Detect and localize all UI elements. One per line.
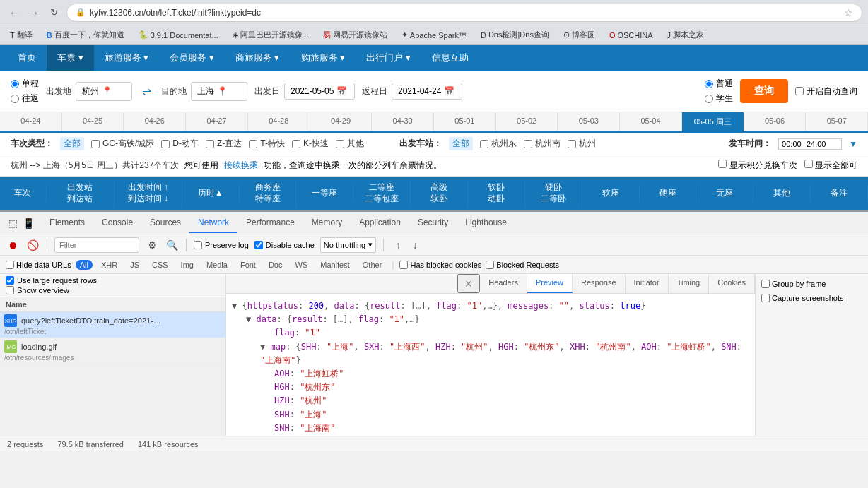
bookmark-oschina[interactable]: O OSCHINA	[605, 30, 657, 41]
hide-data-urls-checkbox[interactable]	[6, 261, 14, 269]
d-checkbox[interactable]	[161, 140, 170, 148]
filter-manifest[interactable]: Manifest	[316, 260, 354, 270]
exchange-button[interactable]: ⇌	[139, 85, 154, 98]
transfer-link[interactable]: 接续换乘	[224, 160, 258, 172]
detail-tab-timing[interactable]: Timing	[669, 274, 710, 293]
time-dropdown-icon[interactable]: ▼	[849, 139, 857, 149]
back-button[interactable]: ←	[6, 4, 23, 21]
blocked-cookies-checkbox[interactable]	[399, 261, 408, 269]
student-type-radio[interactable]	[705, 95, 713, 103]
date-tab-0502[interactable]: 05-02	[496, 112, 558, 131]
devtools-tab-performance[interactable]: Performance	[237, 213, 303, 233]
date-tab-0429[interactable]: 04-29	[310, 112, 373, 131]
th-duration[interactable]: 历时▲	[182, 185, 240, 202]
group-by-frame-option[interactable]: Group by frame	[761, 280, 862, 288]
devtools-tab-network[interactable]: Network	[189, 213, 237, 233]
student-type-option[interactable]: 学生	[705, 93, 733, 105]
hz-east-filter[interactable]: 杭州东	[480, 138, 517, 150]
large-rows-option[interactable]: Use large request rows	[6, 276, 220, 285]
nav-business[interactable]: 商旅服务 ▾	[225, 45, 291, 71]
all-train-types-filter[interactable]: 全部	[60, 137, 84, 150]
th-times[interactable]: 出发时间 ↑到达时间 ↓	[115, 179, 182, 207]
filter-xhr[interactable]: XHR	[97, 260, 122, 270]
bookmark-star-icon[interactable]: ☆	[844, 7, 853, 18]
nav-member[interactable]: 会员服务 ▾	[159, 45, 225, 71]
filter-media[interactable]: Media	[202, 260, 232, 270]
clear-button[interactable]: 🚫	[25, 238, 40, 252]
date-tab-0503[interactable]: 05-03	[558, 112, 620, 131]
request-item-1[interactable]: IMG loading.gif /otn/resources/images	[0, 338, 225, 364]
forward-button[interactable]: →	[25, 4, 42, 21]
normal-type-option[interactable]: 普通	[705, 78, 733, 90]
blocked-requests-checkbox[interactable]	[486, 261, 494, 269]
nav-travel[interactable]: 旅游服务 ▾	[94, 45, 160, 71]
date-tab-0428[interactable]: 04-28	[248, 112, 310, 131]
filter-all[interactable]: All	[76, 260, 93, 270]
hz-east-checkbox[interactable]	[480, 140, 488, 148]
disable-cache-checkbox[interactable]	[254, 241, 263, 249]
detail-tab-initiator[interactable]: Initiator	[626, 274, 669, 293]
address-bar[interactable]: 🔒 kyfw.12306.cn/otn/leftTicket/init?link…	[66, 4, 862, 22]
request-item-0[interactable]: XHR query?leftTicketDTO.train_date=2021-…	[0, 312, 225, 338]
bookmark-alibaba[interactable]: ◈ 阿里巴巴开源镜像...	[228, 28, 313, 42]
capture-screenshots-option[interactable]: Capture screenshots	[761, 294, 862, 302]
disable-cache-option[interactable]: Disable cache	[254, 241, 315, 249]
capture-screenshots-checkbox[interactable]	[761, 294, 770, 302]
round-trip-radio[interactable]	[11, 95, 19, 103]
bookmark-python[interactable]: 🐍 3.9.1 Documentat...	[134, 29, 223, 41]
detail-tab-response[interactable]: Response	[573, 274, 626, 293]
show-all-option[interactable]: 显示全部可	[804, 160, 857, 172]
to-input[interactable]: 上海 📍	[191, 82, 247, 101]
date-tab-0425[interactable]: 04-25	[62, 112, 124, 131]
date-tab-0501[interactable]: 05-01	[434, 112, 496, 131]
show-all-checkbox[interactable]	[804, 160, 813, 168]
hz-south-filter[interactable]: 杭州南	[524, 138, 561, 150]
devtools-tab-lighthouse[interactable]: Lighthouse	[457, 213, 515, 233]
t-filter[interactable]: T-特快	[249, 138, 285, 150]
nav-shopping[interactable]: 购旅服务 ▾	[291, 45, 356, 71]
k-checkbox[interactable]	[292, 140, 300, 148]
date-tab-0506[interactable]: 05-06	[744, 112, 807, 131]
detail-tab-cookies[interactable]: Cookies	[709, 274, 755, 293]
bookmark-netease[interactable]: 易 网易开源镜像站	[319, 28, 392, 42]
export-har-button[interactable]: ↓	[408, 238, 422, 252]
auto-query-option[interactable]: 开启自动查询	[795, 85, 857, 97]
hz-checkbox[interactable]	[568, 140, 576, 148]
date-tab-0424[interactable]: 04-24	[0, 112, 62, 131]
show-exchange-option[interactable]: 显示积分兑换车次	[718, 160, 797, 172]
import-har-button[interactable]: ↑	[391, 238, 405, 252]
bookmark-baidu[interactable]: B 百度一下，你就知道	[42, 28, 129, 42]
all-stations-filter[interactable]: 全部	[449, 137, 473, 150]
round-trip-option[interactable]: 往返	[11, 93, 39, 105]
throttling-select[interactable]: No throttling ▾	[320, 237, 376, 253]
date-tab-0427[interactable]: 04-27	[186, 112, 248, 131]
close-detail-button[interactable]: ✕	[457, 274, 480, 293]
date-tab-0507[interactable]: 05-07	[806, 112, 868, 131]
k-filter[interactable]: K-快速	[292, 138, 329, 150]
bookmark-translate[interactable]: T 翻译	[6, 28, 37, 42]
devtools-tab-application[interactable]: Application	[351, 213, 409, 233]
nav-info[interactable]: 信息互助	[421, 45, 479, 71]
show-overview-option[interactable]: Show overview	[6, 286, 220, 294]
gc-filter[interactable]: GC-高铁/城际	[91, 138, 154, 150]
detail-tab-preview[interactable]: Preview	[527, 274, 573, 293]
nav-outbound[interactable]: 出行门户 ▾	[356, 45, 421, 71]
other-checkbox[interactable]	[336, 140, 344, 148]
one-way-radio[interactable]	[11, 80, 19, 88]
blocked-requests-option[interactable]: Blocked Requests	[486, 261, 559, 269]
bookmark-cnblogs[interactable]: ⊙ 博客圆	[559, 28, 599, 42]
from-input[interactable]: 杭州 📍	[76, 82, 132, 101]
devtools-tab-sources[interactable]: Sources	[141, 213, 189, 233]
gc-checkbox[interactable]	[91, 140, 100, 148]
hide-data-urls-option[interactable]: Hide data URLs	[6, 261, 71, 269]
date-tab-0505[interactable]: 05-05 周三	[682, 112, 744, 131]
group-by-frame-checkbox[interactable]	[761, 280, 770, 288]
date-tab-0504[interactable]: 05-04	[620, 112, 682, 131]
refresh-button[interactable]: ↻	[45, 4, 62, 21]
large-rows-checkbox[interactable]	[6, 276, 14, 285]
filter-font[interactable]: Font	[236, 260, 260, 270]
other-filter[interactable]: 其他	[336, 138, 364, 150]
devtools-device-button[interactable]: 📱	[21, 216, 35, 230]
filter-js[interactable]: JS	[126, 260, 143, 270]
normal-type-radio[interactable]	[705, 80, 713, 88]
